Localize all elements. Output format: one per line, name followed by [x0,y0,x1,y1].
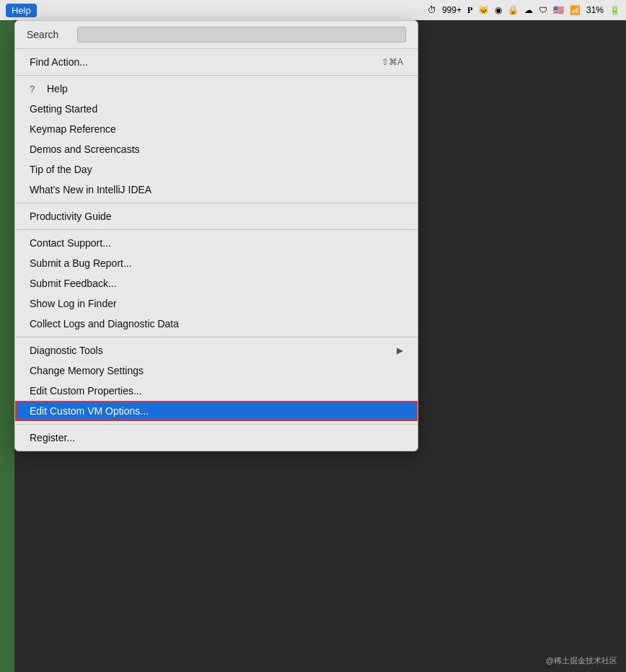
menu-item-demos-screencasts[interactable]: Demos and Screencasts [15,139,418,159]
parking-icon: 𝐏 [467,5,472,15]
watermark: @稀土掘金技术社区 [546,655,617,666]
section-help-main: ? Help Getting Started Keymap Reference … [15,76,418,203]
menu-item-whats-new[interactable]: What's New in IntelliJ IDEA [15,180,418,200]
menu-item-edit-custom-vm[interactable]: Edit Custom VM Options... [15,401,418,421]
section-diagnostic: Diagnostic Tools ▶ Change Memory Setting… [15,337,418,425]
help-menu-item[interactable]: Help [6,4,37,17]
find-action-shortcut: ⇧⌘A [382,57,403,67]
edit-custom-vm-label: Edit Custom VM Options... [30,405,149,417]
cloud-icon: ☁ [524,5,533,15]
keymap-reference-label: Keymap Reference [30,123,116,135]
submit-bug-label: Submit a Bug Report... [30,257,132,269]
git-icon: 🐱 [478,5,489,15]
find-action-label: Find Action... [30,56,88,68]
menu-item-change-memory[interactable]: Change Memory Settings [15,361,418,381]
register-label: Register... [30,432,75,443]
menu-item-find-action[interactable]: Find Action... ⇧⌘A [15,52,418,72]
menu-item-tip-of-day[interactable]: Tip of the Day [15,159,418,180]
section-find: Find Action... ⇧⌘A [15,49,418,76]
menu-item-productivity-guide[interactable]: Productivity Guide [15,206,418,226]
whats-new-label: What's New in IntelliJ IDEA [30,184,151,195]
menu-item-collect-logs[interactable]: Collect Logs and Diagnostic Data [15,314,418,334]
battery-icon: 🔋 [609,5,620,15]
help-question-icon: ? [30,84,43,94]
help-menu-dropdown: Search Find Action... ⇧⌘A ? Help Getting… [14,20,418,451]
search-label: Search [27,29,70,40]
diagnostic-tools-label: Diagnostic Tools [30,345,103,356]
edit-custom-properties-label: Edit Custom Properties... [30,385,142,397]
help-label: Help [47,83,68,94]
menu-item-edit-custom-properties[interactable]: Edit Custom Properties... [15,381,418,401]
menu-item-help[interactable]: ? Help [15,79,418,99]
sidebar-accent [0,20,14,672]
menu-item-getting-started[interactable]: Getting Started [15,99,418,119]
search-input[interactable] [77,27,406,43]
timer-icon: ⏱ [428,5,436,15]
menu-item-show-log[interactable]: Show Log in Finder [15,293,418,314]
section-productivity: Productivity Guide [15,203,418,230]
contact-support-label: Contact Support... [30,237,111,249]
circle-icon: ◉ [495,5,502,15]
submit-feedback-label: Submit Feedback... [30,278,117,289]
section-support: Contact Support... Submit a Bug Report..… [15,230,418,337]
menu-item-keymap-reference[interactable]: Keymap Reference [15,119,418,139]
productivity-guide-label: Productivity Guide [30,211,112,222]
menu-item-submit-feedback[interactable]: Submit Feedback... [15,273,418,293]
menu-item-register[interactable]: Register... [15,428,418,448]
collect-logs-label: Collect Logs and Diagnostic Data [30,318,179,330]
demos-screencasts-label: Demos and Screencasts [30,143,140,155]
wifi-icon: 📶 [570,5,581,15]
menu-item-diagnostic-tools[interactable]: Diagnostic Tools ▶ [15,340,418,361]
flag-icon: 🇺🇸 [553,5,564,15]
section-register: Register... [15,425,418,451]
search-row: Search [15,21,418,49]
submenu-arrow-icon: ▶ [397,345,403,355]
battery-text: 31% [586,5,604,15]
shield-icon: 🛡 [539,5,547,15]
getting-started-label: Getting Started [30,103,97,115]
menu-item-contact-support[interactable]: Contact Support... [15,233,418,253]
menu-bar: Help ⏱ 999+ 𝐏 🐱 ◉ 🔒 ☁ 🛡 🇺🇸 📶 31% 🔋 [0,0,626,20]
watermark-text: @稀土掘金技术社区 [546,656,617,665]
show-log-label: Show Log in Finder [30,298,117,309]
change-memory-label: Change Memory Settings [30,365,144,376]
lock-icon: 🔒 [508,5,519,15]
menu-bar-right: ⏱ 999+ 𝐏 🐱 ◉ 🔒 ☁ 🛡 🇺🇸 📶 31% 🔋 [428,5,620,15]
tip-of-day-label: Tip of the Day [30,164,92,175]
badge: 999+ [442,5,462,15]
menu-item-submit-bug[interactable]: Submit a Bug Report... [15,253,418,273]
